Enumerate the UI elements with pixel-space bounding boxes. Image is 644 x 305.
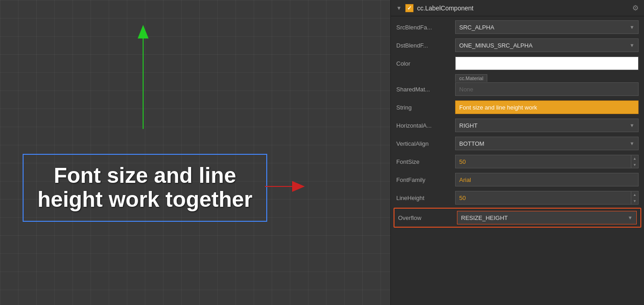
shared-mat-label: SharedMat... <box>396 86 455 93</box>
string-input[interactable]: Font size and line height work <box>455 100 639 114</box>
horizontal-align-row: HorizontalA... RIGHT ▼ <box>391 116 644 134</box>
label-line2: height work together <box>38 188 253 212</box>
color-label: Color <box>396 60 455 67</box>
material-wrapper: cc.Material None <box>455 82 639 96</box>
material-placeholder: None <box>459 86 473 93</box>
src-blend-dropdown-arrow: ▼ <box>630 24 634 30</box>
line-height-input[interactable]: 50 <box>455 191 631 205</box>
overflow-dropdown-arrow: ▼ <box>628 215 633 220</box>
line-height-field-wrapper: 50 ▲ ▼ <box>455 191 639 205</box>
font-size-increment[interactable]: ▲ <box>631 155 638 162</box>
dst-blend-row: DstBlendF... ONE_MINUS_SRC_ALPHA ▼ <box>391 36 644 54</box>
vertical-align-label: VerticalAlign <box>396 140 455 147</box>
color-row: Color <box>391 54 644 72</box>
overflow-dropdown[interactable]: RESIZE_HEIGHT ▼ <box>457 211 637 224</box>
string-row: String Font size and line height work <box>391 98 644 116</box>
vertical-align-dropdown-arrow: ▼ <box>630 141 634 146</box>
font-size-value: 50 ▲ ▼ <box>455 155 639 168</box>
font-size-spinners: ▲ ▼ <box>631 155 639 168</box>
line-height-spinners: ▲ ▼ <box>631 191 639 205</box>
green-arrow-line <box>143 38 144 129</box>
src-blend-label: SrcBlendFa... <box>396 24 455 31</box>
label-bounding-box: Font size and line height work together <box>23 154 267 222</box>
horizontal-align-dropdown-arrow: ▼ <box>630 123 634 128</box>
font-family-label: FontFamily <box>396 176 455 183</box>
red-arrow <box>265 181 305 192</box>
line-height-increment[interactable]: ▲ <box>631 191 638 198</box>
vertical-align-row: VerticalAlign BOTTOM ▼ <box>391 134 644 152</box>
green-arrow-head <box>138 25 149 38</box>
src-blend-dropdown[interactable]: SRC_ALPHA ▼ <box>455 20 639 34</box>
shared-mat-row: SharedMat... cc.Material None <box>391 72 644 98</box>
string-label: String <box>396 104 455 111</box>
line-height-label: LineHeight <box>396 195 455 201</box>
line-height-value: 50 ▲ ▼ <box>455 191 639 205</box>
label-line1: Font size and line <box>38 164 253 188</box>
dst-blend-dropdown-value: ONE_MINUS_SRC_ALPHA <box>459 42 533 49</box>
shared-mat-value: cc.Material None <box>455 82 639 96</box>
component-title: cc.LabelComponent <box>417 5 629 12</box>
font-family-input[interactable]: Arial <box>455 173 639 186</box>
overflow-row: Overflow RESIZE_HEIGHT ▼ <box>394 208 641 228</box>
color-picker[interactable] <box>455 57 639 70</box>
panel-header: ▼ cc.LabelComponent ⚙ <box>391 0 644 16</box>
font-family-row: FontFamily Arial <box>391 171 644 189</box>
vertical-align-dropdown[interactable]: BOTTOM ▼ <box>455 137 639 150</box>
properties-panel: ▼ cc.LabelComponent ⚙ SrcBlendFa... SRC_… <box>390 0 644 305</box>
src-blend-row: SrcBlendFa... SRC_ALPHA ▼ <box>391 18 644 36</box>
dst-blend-dropdown[interactable]: ONE_MINUS_SRC_ALPHA ▼ <box>455 38 639 52</box>
canvas-viewport: Font size and line height work together <box>0 0 390 305</box>
font-size-decrement[interactable]: ▼ <box>631 162 638 168</box>
vertical-align-value: BOTTOM ▼ <box>455 137 639 150</box>
font-size-row: FontSize 50 ▲ ▼ <box>391 152 644 171</box>
line-height-decrement[interactable]: ▼ <box>631 198 638 204</box>
dst-blend-value: ONE_MINUS_SRC_ALPHA ▼ <box>455 38 639 52</box>
overflow-value: RESIZE_HEIGHT ▼ <box>457 211 637 224</box>
gear-icon[interactable]: ⚙ <box>632 4 639 12</box>
line-height-row: LineHeight 50 ▲ ▼ <box>391 189 644 207</box>
overflow-dropdown-value: RESIZE_HEIGHT <box>461 214 508 221</box>
font-size-label: FontSize <box>396 158 455 165</box>
overflow-label: Overflow <box>398 214 457 221</box>
dst-blend-dropdown-arrow: ▼ <box>630 43 634 48</box>
string-value: Font size and line height work <box>455 100 639 114</box>
src-blend-dropdown-value: SRC_ALPHA <box>459 24 494 31</box>
horizontal-align-label: HorizontalA... <box>396 122 455 129</box>
dst-blend-label: DstBlendF... <box>396 42 455 49</box>
label-display-text: Font size and line height work together <box>38 164 253 212</box>
component-enabled-checkbox[interactable] <box>405 4 413 12</box>
font-family-value: Arial <box>455 173 639 186</box>
horizontal-align-dropdown[interactable]: RIGHT ▼ <box>455 119 639 132</box>
red-arrow-head <box>292 181 305 192</box>
material-input[interactable]: None <box>455 82 639 96</box>
red-arrow-line <box>265 186 292 187</box>
src-blend-value: SRC_ALPHA ▼ <box>455 20 639 34</box>
font-size-input[interactable]: 50 <box>455 155 631 168</box>
material-tab: cc.Material <box>455 74 487 82</box>
font-size-field-wrapper: 50 ▲ ▼ <box>455 155 639 168</box>
horizontal-align-value: RIGHT ▼ <box>455 119 639 132</box>
collapse-arrow-icon[interactable]: ▼ <box>396 5 402 11</box>
color-value <box>455 57 639 70</box>
panel-properties: SrcBlendFa... SRC_ALPHA ▼ DstBlendF... O… <box>391 16 644 305</box>
horizontal-align-dropdown-value: RIGHT <box>459 122 477 129</box>
vertical-align-dropdown-value: BOTTOM <box>459 140 484 147</box>
